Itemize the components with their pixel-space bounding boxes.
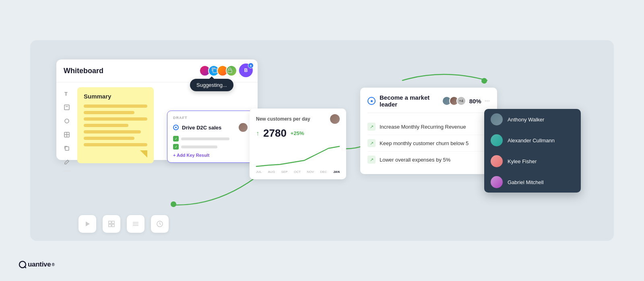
svg-line-22	[25, 267, 26, 268]
svg-text:T: T	[64, 91, 68, 96]
quantive-logo-reg: ®	[52, 263, 54, 267]
play-icon-button[interactable]	[78, 215, 96, 233]
okr-kr-item-2: ↗ Keep monthly customer churn below 5	[367, 135, 490, 152]
kr-item-1: ✓	[173, 136, 248, 142]
connection-dot-top	[481, 78, 487, 84]
okr-progress: 80%	[469, 98, 481, 105]
pen-tool[interactable]	[62, 157, 72, 167]
kr-trend-icon-2: ↗	[367, 139, 376, 147]
svg-point-3	[65, 119, 69, 123]
dropdown-item-4[interactable]: Gabriel Mitchell	[484, 172, 581, 193]
dropdown-name-3: Kylee Fisher	[508, 158, 537, 164]
okr-card: Become a market leader +4 80% ··· ↗ Incr…	[360, 88, 497, 174]
sticky-note-wrapper: Summary	[77, 87, 154, 173]
sticky-line-3	[84, 117, 147, 121]
draft-card: DRAFT Drive D2C sales ✓ ✓ + Add Key Resu…	[167, 111, 254, 163]
metrics-title: New customers per day	[256, 116, 310, 122]
quantive-logo: uantive ®	[18, 260, 55, 269]
chart-area	[256, 144, 340, 168]
ai-badge-icon[interactable]: B 8	[239, 64, 253, 77]
okr-kr-text-2: Keep monthly customer churn below 5	[380, 140, 490, 146]
copy-button[interactable]	[208, 64, 221, 76]
chart-labels: JUL AUG SEP OCT NOV DEC JAN	[256, 170, 340, 174]
dropdown-avatar-4	[491, 176, 503, 188]
chart-label-nov: NOV	[307, 170, 314, 174]
sticky-note-title: Summary	[84, 93, 147, 100]
kr-trend-icon-1: ↗	[367, 123, 376, 131]
copy-tool[interactable]	[62, 144, 72, 153]
metrics-value-row: ↑ 2780 +25%	[256, 127, 340, 139]
sticky-corner	[140, 150, 147, 158]
connection-dot-bottom	[171, 201, 176, 207]
chart-label-aug: AUG	[268, 170, 275, 174]
clock-icon-button[interactable]	[151, 215, 169, 233]
suggesting-tooltip: Suggesting...	[190, 79, 233, 91]
draft-label: DRAFT	[173, 116, 248, 120]
svg-marker-10	[86, 222, 90, 226]
kr-item-2: ✓	[173, 144, 248, 150]
metrics-change: +25%	[291, 130, 304, 136]
sticky-note: Summary	[77, 87, 154, 163]
lock-button[interactable]	[224, 64, 236, 76]
okr-kr-text-1: Increase Monthly Recurring Revenue	[380, 124, 490, 130]
dropdown-avatar-1	[491, 113, 503, 125]
dropdown-item-2[interactable]: Alexander Cullmann	[484, 130, 581, 151]
dropdown-avatar-3	[491, 155, 503, 167]
sticky-tool[interactable]	[62, 103, 72, 112]
dropdown-avatar-2	[491, 134, 503, 146]
okr-meta: +4 80% ···	[442, 96, 490, 106]
svg-rect-11	[109, 221, 111, 224]
chart-label-oct: OCT	[294, 170, 301, 174]
svg-rect-8	[213, 69, 217, 73]
tool-separator	[63, 171, 71, 171]
dropdown-item-1[interactable]: Anthony Walker	[484, 109, 581, 130]
sticky-line-1	[84, 105, 147, 108]
sticky-line-2	[84, 111, 134, 114]
draft-objective: Drive D2C sales	[173, 123, 248, 132]
svg-rect-1	[64, 105, 69, 110]
whiteboard-toolbar: B 8	[208, 64, 253, 77]
quantive-logo-icon	[18, 260, 27, 269]
grid-icon-button[interactable]	[103, 215, 120, 233]
chart-label-dec: DEC	[320, 170, 327, 174]
suggesting-label: Suggesting...	[196, 82, 227, 88]
bottom-toolbar	[78, 215, 169, 233]
svg-rect-14	[112, 224, 114, 227]
okr-kr-item-1: ↗ Increase Monthly Recurring Revenue	[367, 119, 490, 135]
text-tool[interactable]: T	[62, 89, 72, 98]
kr-check-1: ✓	[173, 136, 179, 142]
okr-title: Become a market leader	[380, 94, 438, 108]
draft-owner-avatar	[239, 123, 248, 132]
add-kr-button[interactable]: + Add Key Result	[173, 153, 248, 158]
okr-avatars: +4	[442, 96, 466, 106]
sticky-line-7	[84, 143, 147, 146]
dropdown-panel[interactable]: Anthony Walker Alexander Cullmann Kylee …	[484, 109, 581, 193]
kr-check-2: ✓	[173, 144, 179, 150]
kr-trend-icon-3: ↗	[367, 156, 376, 164]
chart-label-jul: JUL	[256, 170, 262, 174]
metrics-up-arrow: ↑	[256, 130, 259, 137]
metrics-owner-avatar	[330, 114, 340, 124]
metrics-chart	[256, 144, 340, 168]
okr-objective-icon	[367, 97, 376, 105]
ai-badge-letter: B	[244, 68, 248, 73]
svg-line-20	[160, 224, 161, 225]
objective-icon	[173, 125, 179, 130]
okr-more-options[interactable]: ···	[485, 97, 490, 105]
table-tool[interactable]	[62, 130, 72, 139]
dropdown-item-3[interactable]: Kylee Fisher	[484, 151, 581, 172]
ai-badge-number: 8	[250, 64, 252, 68]
dropdown-name-4: Gabriel Mitchell	[508, 179, 544, 185]
list-icon-button[interactable]	[127, 215, 144, 233]
image-tool[interactable]	[62, 116, 72, 126]
ai-badge-dot: 8	[248, 63, 254, 68]
svg-rect-13	[109, 224, 111, 227]
okr-kr-text-3: Lower overall expenses by 5%	[380, 157, 490, 163]
sticky-line-4	[84, 124, 128, 127]
dropdown-name-2: Alexander Cullmann	[508, 137, 555, 144]
okr-avatar-count[interactable]: +4	[456, 96, 466, 106]
quantive-logo-text: uantive	[28, 260, 51, 269]
whiteboard-title: Whiteboard	[64, 67, 103, 75]
chart-label-sep: SEP	[281, 170, 288, 174]
chart-label-jan: JAN	[333, 170, 340, 174]
